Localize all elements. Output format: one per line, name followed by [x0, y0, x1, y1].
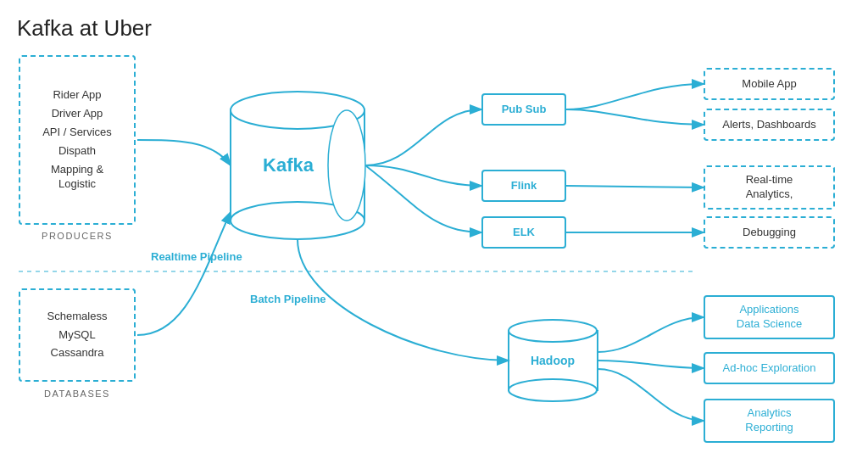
svg-text:Hadoop: Hadoop — [531, 354, 575, 367]
alerts-box: Alerts, Dashboards — [704, 109, 835, 141]
databases-box: Schemaless MySQL Cassandra — [19, 288, 136, 382]
databases-label: DATABASES — [19, 389, 136, 399]
svg-point-3 — [231, 202, 364, 239]
svg-text:Kafka: Kafka — [263, 154, 314, 176]
realtime-pipeline-label: Realtime Pipeline — [151, 250, 242, 263]
producer-item-5: Mapping & Logistic — [31, 163, 124, 192]
batch-pipeline-label: Batch Pipeline — [250, 293, 326, 305]
elk-box: ELK — [481, 216, 566, 249]
svg-rect-1 — [231, 110, 364, 221]
page-title: Kafka at Uber — [17, 15, 851, 42]
diagram-container: Kafka at Uber Rider App Driver App API /… — [0, 0, 868, 464]
db-item-1: Schemaless — [31, 310, 124, 324]
pubsub-box: Pub Sub — [481, 93, 566, 126]
svg-point-2 — [231, 92, 364, 129]
db-item-3: Cassandra — [31, 346, 124, 361]
producers-box: Rider App Driver App API / Services Disp… — [19, 55, 136, 225]
adhoc-box: Ad-hoc Exploration — [704, 352, 835, 384]
producers-label: PRODUCERS — [19, 231, 136, 241]
mobile-app-box: Mobile App — [704, 68, 835, 100]
svg-point-4 — [328, 110, 365, 221]
debugging-box: Debugging — [704, 216, 835, 249]
svg-point-7 — [509, 320, 597, 342]
producer-item-3: API / Services — [31, 126, 124, 140]
analytics-box: Analytics Reporting — [704, 399, 835, 443]
apps-ds-box: Applications Data Science — [704, 295, 835, 339]
realtime-analytics-box: Real-time Analytics, — [704, 165, 835, 210]
flink-box: Flink — [481, 170, 566, 202]
producer-item-1: Rider App — [31, 88, 124, 103]
svg-point-8 — [509, 379, 597, 401]
svg-rect-6 — [509, 331, 598, 390]
db-item-2: MySQL — [31, 328, 124, 343]
producer-item-2: Driver App — [31, 107, 124, 121]
producer-item-4: Dispath — [31, 144, 124, 159]
